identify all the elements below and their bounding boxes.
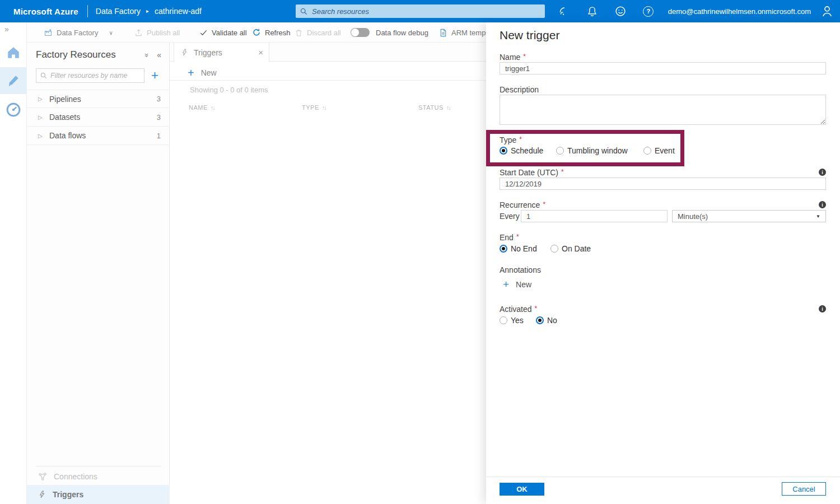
radio-label: On Date (562, 244, 591, 253)
search-input[interactable] (312, 7, 540, 16)
type-radio-group: Schedule Tumbling window Event (486, 146, 840, 156)
discard-all-button[interactable]: Discard all (295, 22, 341, 43)
type-label: Type* (500, 136, 522, 144)
sort-icon[interactable]: ↑↓ (322, 104, 326, 111)
connections-label: Connections (54, 472, 97, 481)
arm-template-button[interactable]: ARM templ (439, 22, 487, 43)
nav-monitor-button[interactable] (0, 96, 27, 123)
info-icon[interactable]: i (819, 305, 826, 312)
brand-separator (87, 5, 88, 17)
tab-triggers[interactable]: Triggers × (174, 43, 269, 62)
tree-item-label: Pipelines (49, 95, 157, 104)
items-count-status: Showing 0 - 0 of 0 items (190, 86, 268, 94)
recurrence-unit-dropdown[interactable]: Minute(s) ▼ (672, 210, 826, 222)
info-icon[interactable]: i (819, 201, 826, 208)
column-header-type[interactable]: TYPE ↑↓ (302, 104, 326, 111)
tree-item-count: 3 (157, 113, 161, 122)
expand-nav-icon[interactable]: » (4, 25, 9, 34)
add-annotation-button[interactable]: + New (503, 279, 531, 290)
feedback-smiley-icon[interactable] (606, 0, 634, 22)
publish-all-button[interactable]: Publish all (134, 22, 180, 43)
radio-selected-icon (500, 245, 507, 253)
tab-label: Triggers (194, 48, 253, 57)
breadcrumb-app[interactable]: Data Factory (96, 7, 141, 16)
recurrence-interval-field[interactable] (521, 210, 668, 222)
breadcrumb-resource[interactable]: cathrinew-adf (155, 7, 202, 16)
radio-no[interactable]: No (536, 316, 557, 325)
top-bar: Microsoft Azure Data Factory ▸ cathrinew… (0, 0, 840, 22)
nav-author-button[interactable] (0, 67, 27, 94)
account-email[interactable]: demo@cathrinewilhelmsen.onmicrosoft.com (668, 7, 811, 16)
sort-icon[interactable]: ↑↓ (211, 104, 214, 111)
radio-schedule[interactable]: Schedule (500, 146, 543, 155)
tree-item-datasets[interactable]: ▷ Datasets 3 (27, 108, 170, 127)
info-icon[interactable]: i (819, 169, 826, 176)
nav-home-button[interactable] (0, 39, 27, 66)
sidebar-divider (36, 466, 161, 466)
add-resource-button[interactable]: + (151, 69, 158, 82)
radio-label: Tumbling window (567, 146, 628, 155)
expander-icon[interactable]: ▷ (38, 96, 49, 102)
radio-no-end[interactable]: No End (500, 244, 537, 253)
radio-selected-icon (500, 147, 507, 155)
name-label: Name* (500, 53, 526, 62)
ok-button[interactable]: OK (500, 483, 544, 496)
name-field[interactable] (500, 62, 826, 74)
activated-label: Activated* (500, 305, 537, 314)
radio-event[interactable]: Event (643, 146, 675, 155)
required-asterisk: * (543, 200, 545, 208)
annotations-label: Annotations (500, 265, 541, 274)
radio-unselected-icon (500, 316, 507, 324)
collapse-sidebar-icon[interactable]: « (157, 50, 161, 59)
new-trigger-button[interactable]: + New (188, 67, 217, 78)
filter-search-icon (40, 72, 47, 79)
panel-title: New trigger (500, 29, 559, 42)
radio-on-date[interactable]: On Date (550, 244, 591, 253)
end-radio-group: No End On Date (486, 244, 840, 254)
sort-icon[interactable]: ↑↓ (446, 104, 450, 111)
column-header-status[interactable]: STATUS ↑↓ (418, 104, 450, 111)
cancel-button[interactable]: Cancel (782, 482, 826, 496)
sidebar-item-triggers[interactable]: Triggers (27, 485, 170, 504)
new-trigger-panel: New trigger Name* Description Type* Sche… (486, 22, 840, 504)
radio-yes[interactable]: Yes (500, 316, 524, 325)
filter-resources-input[interactable] (50, 72, 142, 80)
expander-icon[interactable]: ▷ (38, 133, 49, 139)
column-header-name[interactable]: NAME ↑↓ (189, 104, 214, 111)
plus-icon: + (188, 67, 194, 78)
refresh-button[interactable]: Refresh (252, 22, 291, 43)
factory-selector-button[interactable]: Data Factory ∨ (44, 22, 113, 43)
filter-resources-box[interactable] (36, 68, 144, 83)
new-trigger-label: New (201, 68, 217, 77)
tree-item-count: 1 (157, 132, 161, 140)
description-field[interactable] (500, 95, 826, 125)
every-label: Every (500, 212, 520, 221)
user-avatar-icon[interactable] (814, 0, 840, 22)
azure-brand[interactable]: Microsoft Azure (13, 7, 78, 16)
sidebar-item-connections[interactable]: Connections (27, 468, 170, 485)
trash-icon (295, 29, 303, 37)
close-tab-icon[interactable]: × (258, 48, 263, 57)
selected-unit: Minute(s) (678, 212, 816, 221)
home-icon (6, 45, 21, 60)
sidebar-title: Factory Resources (36, 49, 145, 60)
publish-icon (134, 29, 143, 37)
expander-icon[interactable]: ▷ (38, 114, 49, 120)
start-date-field[interactable] (500, 178, 826, 190)
radio-label: Event (655, 146, 675, 155)
dataflow-debug-group: Data flow debug (351, 22, 428, 43)
validate-all-button[interactable]: Validate all (199, 22, 247, 43)
tree-item-pipelines[interactable]: ▷ Pipelines 3 (27, 90, 170, 108)
search-box[interactable] (296, 4, 545, 18)
lightning-bolt-icon (181, 48, 188, 57)
plus-icon: + (503, 279, 509, 290)
tree-item-label: Datasets (49, 113, 157, 122)
help-icon[interactable]: ? (634, 0, 662, 22)
radio-tumbling-window[interactable]: Tumbling window (556, 146, 628, 155)
tree-item-dataflows[interactable]: ▷ Data flows 1 (27, 127, 170, 145)
signal-icon[interactable] (550, 0, 578, 22)
notifications-bell-icon[interactable] (578, 0, 606, 22)
expand-all-icon[interactable]: » (143, 53, 151, 57)
dataflow-debug-toggle[interactable] (351, 28, 370, 37)
dataflow-debug-label: Data flow debug (376, 29, 428, 37)
